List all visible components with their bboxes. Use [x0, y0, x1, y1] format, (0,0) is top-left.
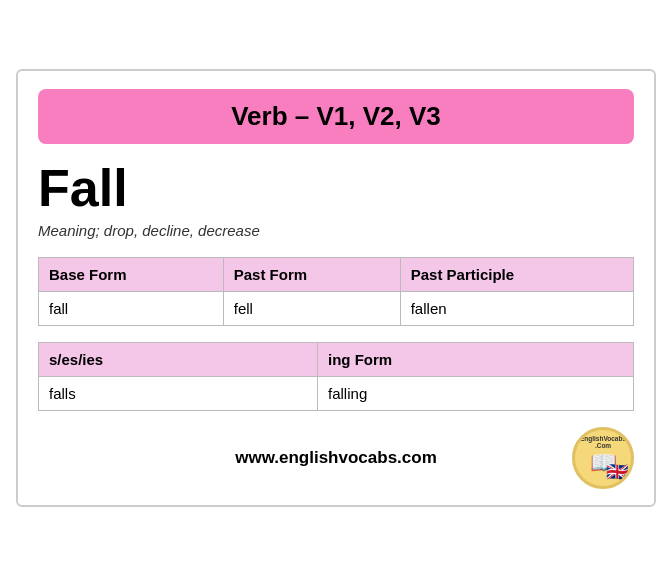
word-title: Fall	[38, 160, 634, 217]
table-row: fall fell fallen	[39, 291, 634, 325]
table-row: falls falling	[39, 376, 634, 410]
verb-forms-table: Base Form Past Form Past Participle fall…	[38, 257, 634, 326]
card: Verb – V1, V2, V3 Fall Meaning; drop, de…	[16, 69, 656, 506]
extra-forms-table: s/es/ies ing Form falls falling	[38, 342, 634, 411]
col-header-ses: s/es/ies	[39, 342, 318, 376]
col-header-participle: Past Participle	[400, 257, 633, 291]
word-meaning: Meaning; drop, decline, decrease	[38, 222, 634, 239]
col-header-past: Past Form	[223, 257, 400, 291]
flag-icon: 🇬🇧	[606, 461, 628, 483]
website-url: www.englishvocabs.com	[235, 448, 437, 468]
cell-ses: falls	[39, 376, 318, 410]
logo-text: EnglishVocabs.Com	[580, 435, 626, 451]
col-header-base: Base Form	[39, 257, 224, 291]
cell-v2: fell	[223, 291, 400, 325]
cell-v3: fallen	[400, 291, 633, 325]
banner-text: Verb – V1, V2, V3	[231, 101, 441, 131]
col-header-ing: ing Form	[318, 342, 634, 376]
cell-ing: falling	[318, 376, 634, 410]
footer: www.englishvocabs.com EnglishVocabs.Com …	[38, 427, 634, 489]
cell-v1: fall	[39, 291, 224, 325]
title-banner: Verb – V1, V2, V3	[38, 89, 634, 144]
logo: EnglishVocabs.Com 📖 🇬🇧	[572, 427, 634, 489]
